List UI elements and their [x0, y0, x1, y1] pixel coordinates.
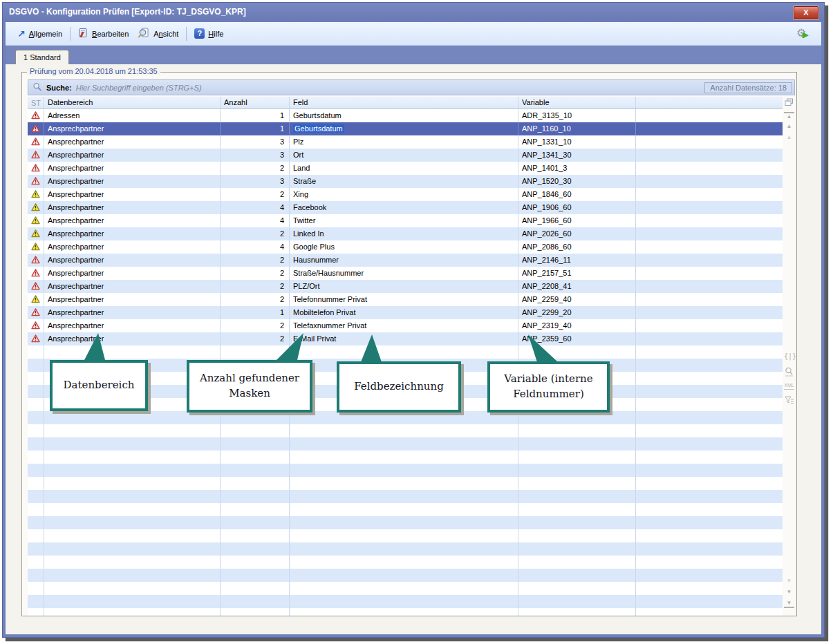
table-row[interactable]: Ansprechpartner2Telefonnummer PrivatANP_… — [28, 293, 783, 306]
menu-ansicht[interactable]: Ansicht — [133, 26, 183, 41]
status-cell[interactable] — [28, 280, 44, 293]
filter-icon[interactable] — [784, 396, 794, 406]
variable-cell[interactable]: ANP_1160_10 — [518, 122, 636, 135]
scroll-up-icon[interactable]: ▲ — [784, 124, 794, 129]
feld-cell[interactable]: Geburtsdatum — [290, 122, 518, 135]
variable-cell[interactable]: ANP_2086_60 — [518, 240, 636, 254]
status-cell[interactable] — [28, 109, 44, 122]
feld-cell[interactable]: Google Plus — [290, 240, 518, 254]
empty-cell[interactable] — [636, 135, 783, 149]
empty-table-row[interactable] — [28, 464, 783, 477]
column-header-datenbereich[interactable]: Datenbereich — [44, 97, 221, 108]
anzahl-cell[interactable]: 2 — [221, 280, 290, 293]
table-row[interactable]: Ansprechpartner2E-Mail PrivatANP_2359_60 — [28, 332, 783, 345]
table-row[interactable]: Ansprechpartner1Mobiltelefon PrivatANP_2… — [28, 306, 783, 319]
datenbereich-cell[interactable]: Ansprechpartner — [44, 214, 221, 227]
empty-table-row[interactable] — [28, 595, 783, 608]
table-row[interactable]: Ansprechpartner2HausnummerANP_2146_11 — [28, 254, 783, 267]
variable-cell[interactable]: ANP_1401_3 — [518, 162, 636, 175]
variable-cell[interactable]: ANP_2208_41 — [518, 280, 636, 293]
scroll-page-up-icon[interactable]: ▲ — [784, 135, 794, 140]
empty-table-row[interactable] — [28, 556, 783, 569]
empty-cell[interactable] — [636, 109, 783, 122]
menu-allgemein[interactable]: ↗ Allgemein — [12, 27, 67, 41]
status-cell[interactable] — [28, 254, 44, 267]
status-cell[interactable] — [28, 227, 44, 240]
search-bar[interactable]: Suche: Hier Suchbegriff eingeben (STRG+S… — [28, 79, 795, 95]
datenbereich-cell[interactable]: Ansprechpartner — [44, 240, 221, 254]
empty-table-row[interactable] — [28, 411, 783, 424]
variable-cell[interactable]: ANP_1966_60 — [518, 214, 636, 227]
empty-cell[interactable] — [636, 319, 783, 332]
status-cell[interactable] — [28, 122, 44, 135]
datenbereich-cell[interactable]: Ansprechpartner — [44, 162, 221, 175]
feld-cell[interactable]: Geburtsdatum — [290, 109, 518, 122]
braces-icon[interactable]: {|} — [784, 352, 794, 360]
variable-cell[interactable]: ANP_2146_11 — [518, 254, 636, 267]
status-cell[interactable] — [28, 240, 44, 254]
empty-cell[interactable] — [636, 254, 783, 267]
datenbereich-cell[interactable]: Ansprechpartner — [44, 306, 221, 319]
status-cell[interactable] — [28, 332, 44, 345]
status-cell[interactable] — [28, 201, 44, 214]
table-row[interactable]: Ansprechpartner4TwitterANP_1966_60 — [28, 214, 783, 227]
anzahl-cell[interactable]: 2 — [221, 267, 290, 280]
empty-cell[interactable] — [636, 332, 783, 345]
empty-table-row[interactable] — [28, 451, 783, 464]
variable-cell[interactable]: ANP_2259_40 — [518, 293, 636, 306]
status-cell[interactable] — [28, 135, 44, 149]
feld-cell[interactable]: Xing — [290, 188, 518, 201]
datenbereich-cell[interactable]: Ansprechpartner — [44, 293, 221, 306]
scroll-to-bottom-icon[interactable]: ▼ — [784, 600, 794, 608]
zoom-icon[interactable] — [784, 367, 794, 378]
status-cell[interactable] — [28, 267, 44, 280]
variable-cell[interactable]: ANP_2319_40 — [518, 319, 636, 332]
empty-cell[interactable] — [636, 188, 783, 201]
search-input[interactable]: Hier Suchbegriff eingeben (STRG+S) — [76, 84, 202, 92]
empty-cell[interactable] — [636, 280, 783, 293]
table-row[interactable]: Ansprechpartner2Straße/HausnummerANP_215… — [28, 267, 783, 280]
close-button[interactable]: X — [794, 6, 818, 19]
datenbereich-cell[interactable]: Ansprechpartner — [44, 122, 221, 135]
empty-table-row[interactable] — [28, 503, 783, 516]
anzahl-cell[interactable]: 2 — [221, 254, 290, 267]
anzahl-cell[interactable]: 3 — [221, 135, 290, 149]
empty-table-row[interactable] — [28, 477, 783, 490]
feld-cell[interactable]: PLZ/Ort — [290, 280, 518, 293]
empty-cell[interactable] — [636, 240, 783, 254]
empty-cell[interactable] — [636, 175, 783, 188]
scroll-page-down-icon[interactable]: ▼ — [784, 578, 794, 584]
anzahl-cell[interactable]: 4 — [221, 214, 290, 227]
status-cell[interactable] — [28, 149, 44, 162]
status-cell[interactable] — [28, 319, 44, 332]
variable-cell[interactable]: ANP_1341_30 — [518, 149, 636, 162]
anzahl-cell[interactable]: 1 — [221, 306, 290, 319]
variable-cell[interactable]: ANP_1846_60 — [518, 188, 636, 201]
column-header-variable[interactable]: Variable — [518, 97, 636, 108]
feld-cell[interactable]: Mobiltelefon Privat — [290, 306, 518, 319]
status-cell[interactable] — [28, 162, 44, 175]
anzahl-cell[interactable]: 2 — [221, 319, 290, 332]
feld-cell[interactable]: Land — [290, 162, 518, 175]
anzahl-cell[interactable]: 3 — [221, 175, 290, 188]
table-row[interactable]: Ansprechpartner4Google PlusANP_2086_60 — [28, 240, 783, 254]
empty-table-row[interactable] — [28, 424, 783, 437]
status-cell[interactable] — [28, 306, 44, 319]
anzahl-cell[interactable]: 2 — [221, 188, 290, 201]
scroll-to-top-icon[interactable]: ▲ — [784, 112, 794, 120]
feld-cell[interactable]: Telefaxnummer Privat — [290, 319, 518, 332]
status-cell[interactable] — [28, 214, 44, 227]
empty-table-row[interactable] — [28, 345, 783, 359]
table-row[interactable]: Ansprechpartner2Linked InANP_2026_60 — [28, 227, 783, 240]
anzahl-cell[interactable]: 2 — [221, 293, 290, 306]
empty-table-row[interactable] — [28, 608, 783, 616]
datenbereich-cell[interactable]: Adressen — [44, 109, 221, 122]
anzahl-cell[interactable]: 4 — [221, 201, 290, 214]
feld-cell[interactable]: Telefonnummer Privat — [290, 293, 518, 306]
column-header-anzahl[interactable]: Anzahl — [221, 97, 290, 108]
empty-cell[interactable] — [636, 267, 783, 280]
feld-cell[interactable]: Twitter — [290, 214, 518, 227]
variable-cell[interactable]: ANP_2157_51 — [518, 267, 636, 280]
column-chooser-icon[interactable] — [784, 98, 794, 108]
empty-cell[interactable] — [636, 293, 783, 306]
